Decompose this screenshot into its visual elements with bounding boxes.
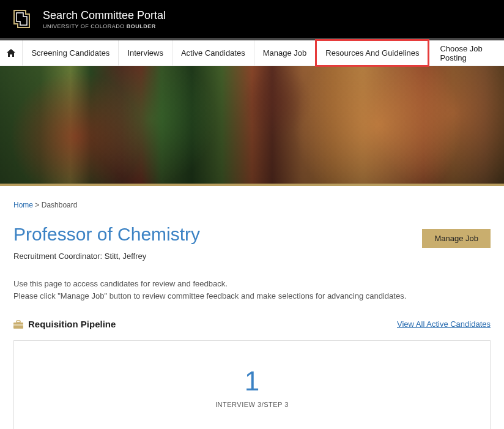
breadcrumb-separator: > — [35, 201, 39, 209]
coordinator-line: Recruitment Coordinator: Stitt, Jeffrey — [13, 252, 491, 261]
coordinator-name: Stitt, Jeffrey — [105, 252, 146, 261]
pipeline-title: Requisition Pipeline — [28, 319, 116, 329]
breadcrumb-current: Dashboard — [42, 201, 78, 209]
description-line-1: Use this page to access candidates for r… — [13, 278, 491, 290]
choose-job-posting[interactable]: Choose Job Posting — [429, 40, 504, 65]
portal-title: Search Committee Portal — [43, 9, 166, 22]
pipeline-step-label: INTERVIEW 3/STEP 3 — [14, 401, 490, 408]
header-bar: Search Committee Portal UNIVERSITY OF CO… — [0, 0, 504, 38]
description-line-2: Please click "Manage Job" button to revi… — [13, 290, 491, 302]
svg-rect-1 — [17, 321, 20, 323]
nav-resources-guidelines[interactable]: Resources And Guidelines — [315, 39, 429, 67]
nav-manage-job[interactable]: Manage Job — [254, 40, 316, 65]
breadcrumb: Home > Dashboard — [13, 201, 491, 209]
university-subtitle: UNIVERSITY OF COLORADO BOULDER — [43, 23, 166, 29]
nav-bar: Screening Candidates Interviews Active C… — [0, 40, 504, 66]
description-block: Use this page to access candidates for r… — [13, 278, 491, 302]
coordinator-label: Recruitment Coordinator: — [13, 252, 102, 261]
nav-home[interactable] — [0, 40, 23, 65]
nav-interviews[interactable]: Interviews — [119, 40, 172, 65]
nav-active-candidates[interactable]: Active Candidates — [172, 40, 254, 65]
nav-screening-candidates[interactable]: Screening Candidates — [23, 40, 119, 65]
pipeline-box[interactable]: 1 INTERVIEW 3/STEP 3 — [13, 340, 491, 429]
manage-job-button[interactable]: Manage Job — [422, 229, 491, 248]
pipeline-count: 1 — [14, 368, 490, 395]
pipeline-section-head: Requisition Pipeline — [13, 319, 116, 329]
svg-rect-0 — [13, 323, 23, 329]
campus-banner-image — [0, 66, 504, 186]
breadcrumb-home[interactable]: Home — [13, 201, 33, 209]
view-all-candidates-link[interactable]: View All Active Candidates — [397, 319, 491, 329]
logo-wrap: Search Committee Portal UNIVERSITY OF CO… — [12, 9, 166, 29]
briefcase-icon — [13, 320, 23, 329]
page-title: Professor of Chemistry — [13, 224, 200, 245]
cu-logo — [12, 9, 35, 29]
home-icon — [7, 49, 15, 57]
